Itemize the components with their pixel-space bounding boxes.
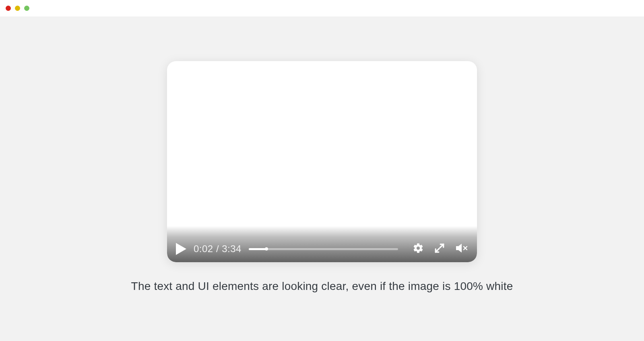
svg-marker-0	[176, 243, 186, 255]
fullscreen-icon	[434, 243, 445, 253]
speaker-muted-icon	[455, 242, 468, 254]
play-button[interactable]	[176, 243, 186, 255]
page-content: 0:02 / 3:34	[0, 17, 644, 293]
video-player: 0:02 / 3:34	[167, 61, 477, 262]
gear-icon	[413, 242, 424, 254]
video-time-separator: /	[213, 243, 222, 254]
mute-button[interactable]	[455, 242, 468, 255]
window-titlebar	[0, 0, 644, 17]
video-controls-overlay: 0:02 / 3:34	[167, 226, 477, 262]
fullscreen-button[interactable]	[434, 243, 445, 255]
video-time-display: 0:02 / 3:34	[194, 243, 242, 255]
video-progress-knob[interactable]	[265, 247, 268, 251]
svg-marker-2	[458, 244, 462, 253]
play-icon	[176, 243, 186, 255]
video-right-controls	[413, 242, 468, 255]
video-duration: 3:34	[222, 243, 242, 254]
minimize-icon[interactable]	[15, 6, 20, 11]
video-current-time: 0:02	[194, 243, 213, 254]
zoom-icon[interactable]	[24, 6, 29, 11]
settings-button[interactable]	[413, 242, 424, 255]
video-controls-row: 0:02 / 3:34	[167, 239, 477, 262]
video-progress-bar[interactable]	[249, 248, 398, 250]
traffic-lights	[6, 6, 29, 11]
video-progress-fill	[249, 248, 267, 250]
close-icon[interactable]	[6, 6, 11, 11]
svg-rect-1	[456, 246, 458, 250]
caption-text: The text and UI elements are looking cle…	[131, 280, 513, 293]
